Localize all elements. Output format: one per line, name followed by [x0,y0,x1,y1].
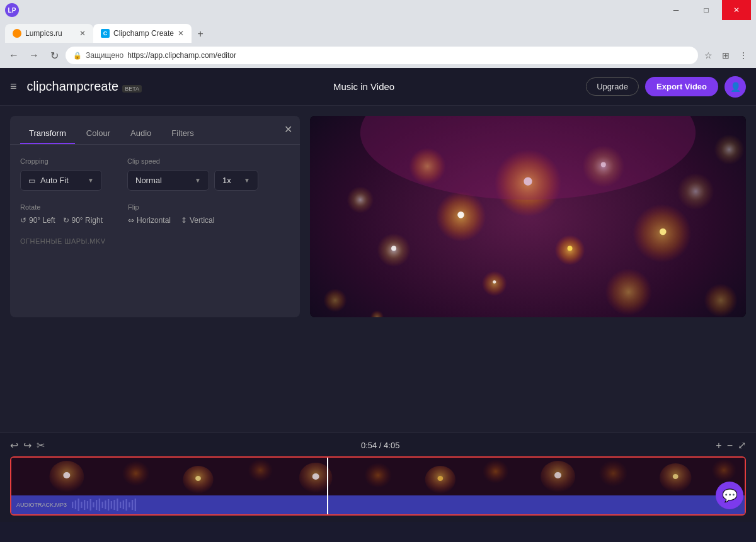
app-main: ✕ Transform Colour Audio Filters Croppin… [0,106,756,432]
audio-waveform [72,495,745,514]
audio-track-label: AUDIOTRACK.MP3 [11,502,72,508]
tab-lumpics[interactable]: Lumpics.ru ✕ [5,24,93,43]
tab-clipchamp[interactable]: C Clipchamp Create ✕ [93,24,192,43]
svg-rect-61 [111,501,112,509]
zoom-out-button[interactable]: − [727,440,733,451]
clip-speed-1x-arrow: ▼ [244,177,250,184]
svg-rect-63 [117,499,118,511]
svg-point-14 [323,288,346,312]
close-button[interactable]: ✕ [722,0,751,20]
tab-clipchamp-label: Clipchamp Create [113,29,174,38]
logo-create: create [84,79,119,94]
back-button[interactable]: ← [5,47,23,64]
svg-rect-58 [101,502,103,508]
svg-rect-49 [75,500,76,509]
cut-button[interactable]: ✂ [37,439,45,451]
cropping-label: Cropping [20,157,102,165]
bookmark-icon[interactable]: ☆ [701,48,716,63]
logo-clipchamp: clipchamp [27,79,84,94]
tab-lumpics-close[interactable]: ✕ [79,29,86,38]
video-filmstrip [11,458,745,495]
extension-icon[interactable]: ⊞ [718,48,733,63]
tab-colour[interactable]: Colour [77,123,119,144]
cropping-value: Auto Fit [40,176,69,185]
cropping-dropdown[interactable]: ▭ Auto Fit ▼ [20,170,102,191]
header-title: Music in Video [152,81,576,92]
svg-rect-46 [11,458,745,495]
upgrade-button[interactable]: Upgrade [586,77,639,96]
svg-rect-54 [89,499,91,511]
maximize-button[interactable]: □ [692,0,721,20]
forward-button[interactable]: → [25,47,43,64]
user-initials: LP [5,3,19,17]
rotate-right-button[interactable]: ↻ 90° Right [63,216,103,225]
tab-filters[interactable]: Filters [163,123,202,144]
flip-label: Flip [128,203,214,211]
undo-button[interactable]: ↩ [10,439,18,451]
clipchamp-favicon: C [101,29,110,38]
export-button[interactable]: Export Video [645,77,718,96]
address-bar: ← → ↻ 🔒 Защищено https://app.clipchamp.c… [0,43,756,68]
clip-speed-normal-dropdown[interactable]: Normal ▼ [127,170,209,191]
clip-speed-1x-dropdown[interactable]: 1x ▼ [214,170,258,191]
flip-horizontal-button[interactable]: ⇔ Horizontal [128,216,171,225]
panel-content: Cropping ▭ Auto Fit ▼ Clip speed Normal [10,145,300,257]
address-text: https://app.clipchamp.com/editor [127,51,236,60]
rotate-left-label: 90° Left [29,216,55,225]
audio-track: AUDIOTRACK.MP3 [11,495,745,514]
svg-rect-66 [125,499,127,511]
filename: ОГНЕННЫЕ ШАРЫ.MKV [20,237,290,245]
timeline-track-container: AUDIOTRACK.MP3 [10,456,746,516]
panel-close-button[interactable]: ✕ [284,123,292,135]
tab-audio[interactable]: Audio [122,123,160,144]
redo-button[interactable]: ↪ [23,439,32,451]
timeline-time-display: 0:54 / 4:05 [50,441,711,450]
chat-button[interactable]: 💬 [716,482,743,509]
hamburger-menu[interactable]: ≡ [10,80,17,93]
rotate-left-icon: ↺ [20,216,26,225]
flip-vertical-label: Vertical [190,216,214,225]
cropping-field: Cropping ▭ Auto Fit ▼ [20,157,102,191]
svg-rect-48 [72,502,73,508]
svg-point-10 [347,186,374,213]
flip-horizontal-icon: ⇔ [128,216,134,225]
svg-point-16 [457,212,464,218]
zoom-in-button[interactable]: + [716,440,721,451]
svg-rect-53 [87,501,88,509]
svg-rect-65 [123,500,124,509]
rotate-label: Rotate [20,203,103,211]
flip-horizontal-label: Horizontal [137,216,171,225]
logo: clipchamp create BETA [27,79,142,94]
user-avatar[interactable]: 👤 [724,76,746,98]
app-header: ≡ clipchamp create BETA Music in Video U… [0,68,756,106]
clip-speed-label: Clip speed [127,157,258,165]
refresh-button[interactable]: ↻ [45,47,63,64]
svg-rect-57 [99,499,100,511]
tab-clipchamp-close[interactable]: ✕ [178,29,184,38]
rotate-left-button[interactable]: ↺ 90° Left [20,216,55,225]
flip-vertical-button[interactable]: ⇕ Vertical [181,216,214,225]
video-canvas [310,116,746,317]
clip-speed-1x-value: 1x [222,176,231,185]
tab-lumpics-label: Lumpics.ru [25,29,62,38]
svg-rect-50 [78,499,79,511]
lock-icon: 🔒 [73,52,82,60]
svg-rect-51 [81,502,82,508]
svg-point-7 [677,173,714,210]
svg-rect-67 [129,502,130,507]
title-bar: LP ─ □ ✕ [0,0,756,20]
menu-icon[interactable]: ⋮ [736,48,751,63]
address-input[interactable]: 🔒 Защищено https://app.clipchamp.com/edi… [66,47,698,64]
expand-button[interactable]: ⤢ [738,439,746,451]
video-preview [310,116,746,317]
clip-speed-normal-arrow: ▼ [195,177,201,184]
new-tab-button[interactable]: + [192,25,209,43]
tab-transform[interactable]: Transform [20,123,75,144]
playhead[interactable] [327,458,328,514]
lock-label: Защищено [86,51,123,60]
svg-rect-56 [96,500,97,510]
svg-rect-59 [105,500,106,509]
app: ≡ clipchamp create BETA Music in Video U… [0,68,756,522]
minimize-button[interactable]: ─ [662,0,690,20]
svg-point-11 [704,283,737,317]
